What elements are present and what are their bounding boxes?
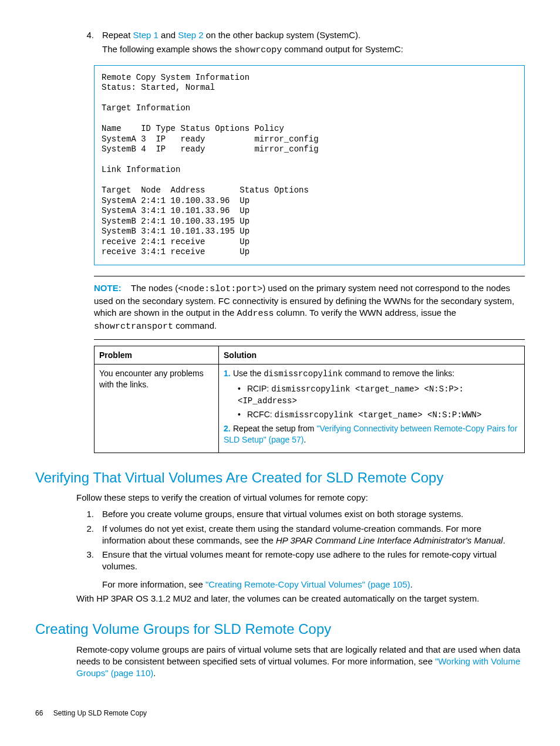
page-footer: 66 Setting Up SLD Remote Copy (35, 708, 525, 718)
sec1-item3: Ensure that the virtual volumes meant fo… (102, 549, 525, 590)
section-verify-volumes-heading: Verifying That Virtual Volumes Are Creat… (35, 468, 525, 487)
step1-link[interactable]: Step 1 (133, 30, 158, 40)
step-4-block: 4. Repeat Step 1 and Step 2 on the other… (76, 29, 525, 57)
sec1-item1: Before you create volume groups, ensure … (102, 508, 525, 520)
note-block: NOTE: The nodes (<node:slot:port>) used … (94, 282, 525, 333)
note-rule-bottom (94, 339, 525, 340)
sec1-tail: With HP 3PAR OS 3.1.2 MU2 and later, the… (76, 593, 525, 605)
footer-title: Setting Up SLD Remote Copy (53, 709, 147, 717)
showrcopy-cmd: showrcopy (234, 45, 282, 55)
problem-cell: You encounter any problems with the link… (95, 364, 219, 453)
problem-solution-table: Problem Solution You encounter any probl… (94, 346, 525, 453)
code-output-systemc: Remote Copy System Information Status: S… (94, 65, 525, 265)
step2-link[interactable]: Step 2 (178, 30, 203, 40)
section-volume-groups-heading: Creating Volume Groups for SLD Remote Co… (35, 620, 525, 639)
sec2-para: Remote-copy volume groups are pairs of v… (76, 644, 525, 680)
sec1-item2: If volumes do not yet exist, create them… (102, 523, 525, 547)
step-number: 4. (76, 29, 102, 57)
step-body: Repeat Step 1 and Step 2 on the other ba… (102, 29, 525, 57)
note-rule-top (94, 276, 525, 276)
th-problem: Problem (95, 346, 219, 364)
note-label: NOTE: (94, 283, 122, 293)
sec1-intro: Follow these steps to verify the creatio… (76, 492, 525, 504)
page-number: 66 (35, 708, 43, 718)
creating-vv-link[interactable]: "Creating Remote-Copy Virtual Volumes" (… (205, 579, 410, 589)
th-solution: Solution (219, 346, 525, 364)
solution-cell: 1.Use the dismissrcopylink command to re… (219, 364, 525, 453)
